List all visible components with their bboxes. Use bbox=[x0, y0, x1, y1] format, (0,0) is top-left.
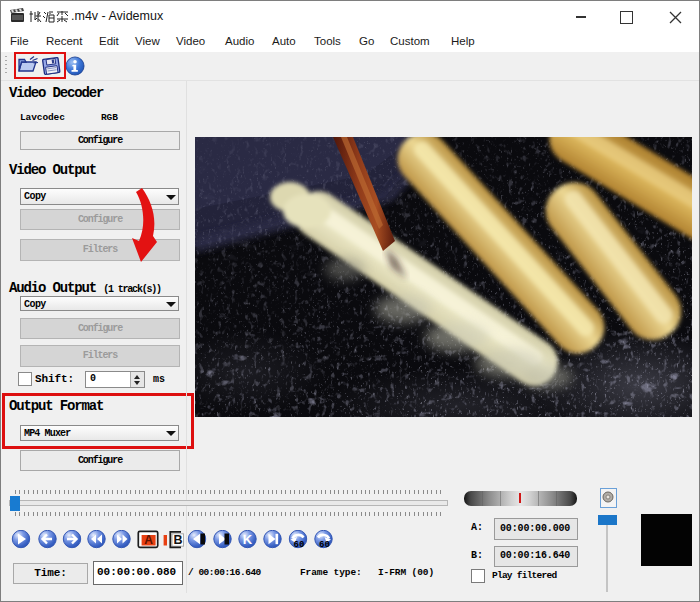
svg-text:K: K bbox=[243, 532, 253, 547]
svg-text:A: A bbox=[144, 533, 153, 547]
svg-text:60: 60 bbox=[294, 540, 305, 550]
svg-text:60: 60 bbox=[319, 540, 330, 550]
svg-text:B: B bbox=[173, 533, 182, 547]
